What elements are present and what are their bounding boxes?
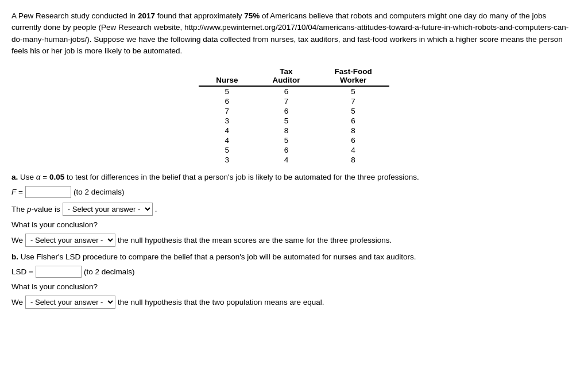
- table-cell: 6: [256, 86, 318, 96]
- lsd-note: (to 2 decimals): [84, 267, 135, 276]
- table-cell: 3: [199, 116, 255, 126]
- alpha-symbol: α: [36, 173, 41, 181]
- f-input[interactable]: [25, 186, 71, 198]
- we-label-a: We: [11, 236, 23, 244]
- table-row: 765: [199, 106, 389, 116]
- table-cell: 7: [256, 96, 318, 106]
- conclusion-a-text: the null hypothesis that the mean scores…: [118, 236, 392, 244]
- conclusion-b-text: the null hypothesis that the two populat…: [118, 298, 324, 306]
- percent-highlight: 75%: [244, 11, 260, 20]
- lsd-input[interactable]: [36, 266, 82, 278]
- pvalue-label: The p-value is: [11, 205, 60, 213]
- table-cell: 6: [318, 135, 389, 145]
- pvalue-period: .: [155, 205, 157, 213]
- f-label: F =: [11, 188, 23, 196]
- table-cell: 5: [199, 145, 255, 155]
- section-a-description: a. Use α = 0.05 to test for differences …: [11, 173, 577, 181]
- table-cell: 6: [199, 96, 255, 106]
- table-cell: 6: [318, 116, 389, 126]
- nurse-header: Nurse: [199, 66, 255, 86]
- intro-paragraph: A Pew Research study conducted in 2017 f…: [11, 10, 577, 57]
- table-row: 356: [199, 116, 389, 126]
- conclusion-b-label: What is your conclusion?: [11, 282, 577, 291]
- section-a-label: a.: [11, 173, 18, 181]
- table-cell: 8: [318, 155, 389, 165]
- section-b-description: b. Use Fisher's LSD procedure to compare…: [11, 253, 577, 261]
- pvalue-line: The p-value is - Select your answer - le…: [11, 203, 577, 216]
- conclusion-b-line: We - Select your answer - reject do not …: [11, 296, 577, 309]
- tax-auditor-header-top: Tax: [256, 66, 318, 76]
- table-cell: 4: [199, 126, 255, 135]
- table-cell: 4: [199, 135, 255, 145]
- table-row: 677: [199, 96, 389, 106]
- table-row: 488: [199, 126, 389, 135]
- table-row: 456: [199, 135, 389, 145]
- f-note: (to 2 decimals): [74, 188, 125, 196]
- data-table-container: Nurse Tax Fast-Food Auditor Worker 56567…: [11, 66, 577, 165]
- table-cell: 4: [318, 145, 389, 155]
- table-cell: 7: [318, 96, 389, 106]
- section-a: a. Use α = 0.05 to test for differences …: [11, 173, 577, 247]
- we-label-b: We: [11, 298, 23, 306]
- table-cell: 6: [256, 145, 318, 155]
- table-cell: 7: [199, 106, 255, 116]
- year-highlight: 2017: [138, 11, 155, 20]
- table-cell: 5: [318, 86, 389, 96]
- conclusion-a-label: What is your conclusion?: [11, 220, 577, 229]
- table-cell: 5: [318, 106, 389, 116]
- alpha-value: 0.05: [49, 173, 64, 181]
- lsd-label: LSD =: [11, 267, 33, 276]
- table-cell: 3: [199, 155, 255, 165]
- conclusion-a-line: We - Select your answer - reject do not …: [11, 234, 577, 247]
- table-cell: 6: [256, 106, 318, 116]
- pvalue-select[interactable]: - Select your answer - less than .01 bet…: [63, 203, 153, 216]
- table-cell: 5: [256, 135, 318, 145]
- tax-auditor-header-bot: Auditor: [256, 76, 318, 86]
- f-value-line: F = (to 2 decimals): [11, 186, 577, 198]
- table-cell: 5: [199, 86, 255, 96]
- data-table: Nurse Tax Fast-Food Auditor Worker 56567…: [199, 66, 389, 165]
- section-b-label: b.: [11, 253, 18, 261]
- table-row: 564: [199, 145, 389, 155]
- table-row: 565: [199, 86, 389, 96]
- table-cell: 8: [256, 126, 318, 135]
- we-select-a[interactable]: - Select your answer - reject do not rej…: [25, 234, 115, 247]
- table-header-top-row: Nurse Tax Fast-Food: [199, 66, 389, 76]
- section-b: b. Use Fisher's LSD procedure to compare…: [11, 253, 577, 309]
- fastfood-header-bot: Worker: [318, 76, 389, 86]
- table-cell: 4: [256, 155, 318, 165]
- table-row: 348: [199, 155, 389, 165]
- lsd-line: LSD = (to 2 decimals): [11, 266, 577, 278]
- we-select-b[interactable]: - Select your answer - reject do not rej…: [25, 296, 115, 309]
- table-cell: 8: [318, 126, 389, 135]
- fastfood-header-top: Fast-Food: [318, 66, 389, 76]
- table-cell: 5: [256, 116, 318, 126]
